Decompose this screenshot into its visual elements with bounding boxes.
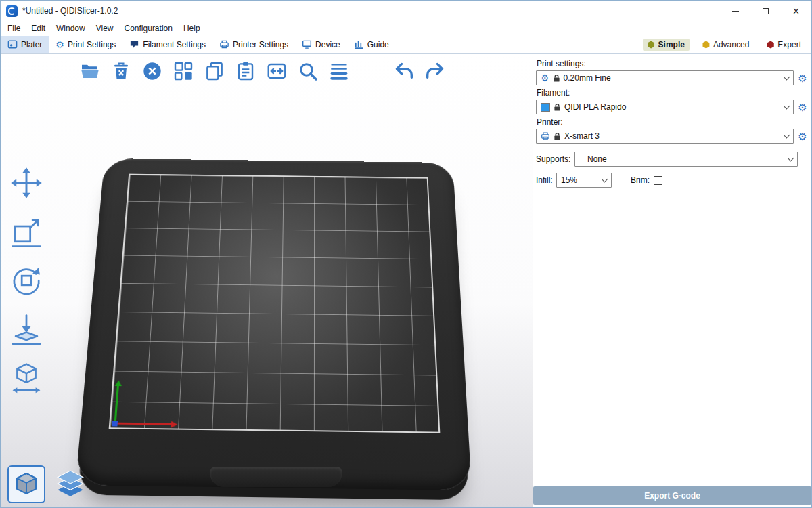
3d-view-icon <box>12 469 41 499</box>
supports-combo[interactable]: None <box>574 152 798 167</box>
device-icon <box>302 39 312 49</box>
profile-gear-icon: ⚙ <box>541 73 549 83</box>
mode-simple[interactable]: Simple <box>643 39 690 51</box>
advanced-mode-icon <box>702 41 710 49</box>
mode-expert[interactable]: Expert <box>762 39 806 51</box>
redo-icon <box>424 60 446 82</box>
left-toolbar <box>6 166 47 395</box>
export-gcode-button[interactable]: Export G-code <box>533 486 811 505</box>
maximize-icon <box>763 8 769 14</box>
place-on-face-tool-button[interactable] <box>9 312 43 346</box>
delete-all-button[interactable] <box>139 58 166 85</box>
variable-layer-height-icon <box>328 60 350 82</box>
lock-icon <box>554 132 561 141</box>
build-plate-grid <box>109 174 441 433</box>
title-bar: *Untitled - QIDISlicer-1.0.2 ✕ <box>1 1 811 21</box>
window-title: *Untitled - QIDISlicer-1.0.2 <box>22 6 118 16</box>
tab-label: Filament Settings <box>143 40 206 49</box>
minimize-button[interactable] <box>720 1 750 21</box>
undo-button[interactable] <box>390 58 418 85</box>
x-axis-indicator <box>114 423 175 425</box>
z-axis-origin-indicator <box>112 421 118 427</box>
menu-help[interactable]: Help <box>178 24 206 33</box>
tab-label: Plater <box>21 40 42 49</box>
simple-mode-icon <box>648 41 655 49</box>
settings-sidebar: Print settings: ⚙ 0.20mm Fine ⚙ Filament… <box>533 54 811 507</box>
menu-view[interactable]: View <box>91 24 119 33</box>
tab-print-settings[interactable]: ⚙ Print Settings <box>49 36 122 53</box>
mode-advanced[interactable]: Advanced <box>698 39 754 51</box>
variable-layer-height-button[interactable] <box>325 58 353 85</box>
paste-button[interactable] <box>232 58 259 85</box>
scale-tool-button[interactable] <box>9 215 43 249</box>
menu-configuration[interactable]: Configuration <box>119 24 178 33</box>
filament-combo[interactable]: QIDI PLA Rapido <box>536 100 794 114</box>
filament-label: Filament: <box>537 88 809 98</box>
filament-gear-button[interactable]: ⚙ <box>796 102 809 112</box>
measure-tool-button[interactable] <box>9 361 43 395</box>
filament-color-swatch <box>541 103 550 112</box>
measure-icon <box>9 361 43 395</box>
layers-view-icon <box>55 469 86 501</box>
viewport-toolbar <box>76 58 453 85</box>
chevron-down-icon <box>602 175 608 182</box>
search-icon <box>297 60 319 82</box>
copy-icon <box>204 60 225 82</box>
3d-viewport[interactable] <box>1 54 533 507</box>
rotate-tool-button[interactable] <box>9 263 43 297</box>
split-button[interactable] <box>263 58 290 85</box>
tab-plater[interactable]: Plater <box>1 36 49 53</box>
brim-checkbox[interactable] <box>654 176 662 185</box>
tab-printer-settings[interactable]: Printer Settings <box>212 36 295 53</box>
close-button[interactable]: ✕ <box>781 1 811 21</box>
layers-view-button[interactable] <box>55 469 86 501</box>
move-tool-button[interactable] <box>9 166 43 200</box>
open-button[interactable] <box>76 58 104 85</box>
delete-button[interactable] <box>108 58 135 85</box>
maximize-button[interactable] <box>750 1 781 21</box>
menu-file[interactable]: File <box>2 24 26 33</box>
delete-all-icon <box>141 60 163 82</box>
scale-icon <box>9 215 43 249</box>
y-axis-indicator <box>114 383 119 424</box>
move-icon <box>9 166 43 200</box>
tab-filament-settings[interactable]: Filament Settings <box>122 36 212 53</box>
mode-label: Advanced <box>713 40 749 49</box>
copy-button[interactable] <box>201 58 228 85</box>
paste-icon <box>235 60 256 82</box>
redo-button[interactable] <box>422 58 449 85</box>
print-bed-scene <box>91 131 461 496</box>
mode-selector: Simple Advanced Expert <box>643 36 806 54</box>
infill-value: 15% <box>561 175 577 185</box>
printer-settings-icon <box>219 39 229 49</box>
print-settings-combo[interactable]: ⚙ 0.20mm Fine <box>536 70 794 85</box>
split-icon <box>266 60 288 82</box>
mode-label: Simple <box>658 40 685 49</box>
chevron-down-icon <box>784 73 790 80</box>
menu-window[interactable]: Window <box>51 24 91 33</box>
print-settings-gear-button[interactable]: ⚙ <box>796 73 809 83</box>
infill-label: Infill: <box>536 175 556 185</box>
tab-guide[interactable]: Guide <box>347 36 396 53</box>
supports-value: None <box>587 154 607 164</box>
arrange-button[interactable] <box>170 58 197 85</box>
tab-label: Printer Settings <box>233 40 288 49</box>
filament-value: QIDI PLA Rapido <box>564 102 626 112</box>
search-button[interactable] <box>294 58 321 85</box>
infill-combo[interactable]: 15% <box>556 173 612 188</box>
menu-bar: File Edit Window View Configuration Help <box>1 21 811 36</box>
print-settings-value: 0.20mm Fine <box>564 73 611 83</box>
tab-label: Print Settings <box>68 40 116 49</box>
tab-label: Guide <box>367 40 389 49</box>
menu-edit[interactable]: Edit <box>26 24 51 33</box>
guide-icon <box>354 39 364 49</box>
printer-combo[interactable]: X-smart 3 <box>536 129 794 144</box>
printer-gear-button[interactable]: ⚙ <box>796 131 809 142</box>
minimize-icon <box>732 11 739 12</box>
3d-view-button[interactable] <box>7 465 45 503</box>
rotate-icon <box>9 263 43 297</box>
print-settings-label: Print settings: <box>537 59 809 68</box>
tab-device[interactable]: Device <box>295 36 347 53</box>
lock-icon <box>553 74 560 83</box>
trash-icon <box>110 60 132 82</box>
